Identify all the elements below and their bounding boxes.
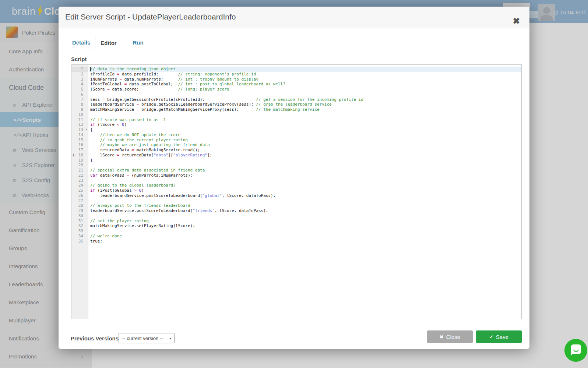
gutter-line-number: 16 — [71, 142, 88, 148]
code-line[interactable] — [89, 163, 521, 168]
previous-versions-label: Previous Versions — [71, 335, 119, 342]
modal-header: Edit Server Script - UpdatePlayerLeaderb… — [59, 7, 529, 28]
gutter-line-number: 9 — [71, 107, 88, 112]
gutter-line-number: 27 — [71, 198, 88, 204]
edit-script-modal: Edit Server Script - UpdatePlayerLeaderb… — [59, 7, 529, 349]
gutter-line-number: 26 — [71, 193, 88, 198]
code-line[interactable]: matchMakingService = bridge.getMatchMaki… — [89, 107, 521, 112]
gutter-line-number: 23 — [71, 178, 88, 183]
modal-footer: Previous Versions -- current version -- … — [59, 325, 529, 349]
code-line[interactable]: sess = bridge.getSessionForProfile(sProf… — [89, 97, 521, 102]
code-line[interactable]: var dataToPass = {numParrots:iNumParrots… — [89, 173, 521, 178]
code-line[interactable]: true; — [89, 239, 521, 244]
code-line[interactable]: // if score was passed in as -1 — [89, 117, 521, 123]
gutter-line-number: 35 — [71, 239, 88, 244]
close-button-icon: ✖ — [440, 334, 444, 340]
gutter-line-number: 34 — [71, 234, 88, 239]
code-line[interactable] — [89, 213, 521, 219]
modal-title: Edit Server Script - UpdatePlayerLeaderb… — [65, 13, 236, 21]
gutter-line-number: 13▾ — [71, 127, 88, 132]
gutter-line-number: i18 — [71, 153, 88, 158]
code-line[interactable]: { — [89, 127, 521, 132]
tab-details[interactable]: Details — [67, 35, 95, 50]
code-line[interactable]: iNumParrots = data.numParrots; // int : … — [89, 77, 521, 82]
gutter-line-number: 15 — [71, 138, 88, 143]
print-margin-line — [282, 65, 282, 319]
code-line[interactable] — [89, 198, 521, 204]
code-line[interactable]: lScore = returnedData["data"]["playerRat… — [89, 153, 521, 158]
gutter-line-number: 12 — [71, 122, 88, 127]
script-label: Script — [71, 56, 87, 62]
code-line[interactable]: if (lScore < 0) — [89, 122, 521, 127]
previous-versions-select[interactable]: -- current version -- ▾ — [119, 333, 175, 343]
code-line[interactable]: iPostToGlobal = data.postToGlobal; // in… — [89, 82, 521, 87]
code-line[interactable]: // going to the global leaderboard? — [89, 183, 521, 188]
modal-tabs: Details Editor Run — [67, 35, 151, 50]
gutter-line-number: 4 — [71, 82, 88, 87]
code-line[interactable]: leaderboardService.postScoreToLeaderboar… — [89, 193, 521, 198]
code-line[interactable] — [89, 178, 521, 183]
page: brain Cloud ◷ 16:04 EDT Poker Pirates Co… — [0, 0, 588, 368]
code-line[interactable]: lScore = data.score; // long: player sco… — [89, 87, 521, 92]
code-line[interactable] — [89, 92, 521, 97]
gutter-line-number: 1 — [71, 67, 88, 72]
gutter-line-number: 14 — [71, 132, 88, 138]
gutter-line-number: 24 — [71, 183, 88, 188]
code-line[interactable]: // so grab the current player rating — [89, 138, 521, 143]
gutter-line-number: 32 — [71, 223, 88, 229]
code-line[interactable]: sProfileId = data.profileId; // string: … — [89, 72, 521, 77]
code-line[interactable]: } — [89, 158, 521, 163]
code-line[interactable]: // set the player rating — [89, 219, 521, 224]
gutter-line-number: 31 — [71, 219, 88, 224]
select-caret-icon: ▾ — [169, 336, 171, 340]
code-line[interactable]: leaderboardService.postScoreToLeaderboar… — [89, 208, 521, 213]
gutter-line-number: 6 — [71, 92, 88, 97]
gutter-line-number: 10 — [71, 112, 88, 117]
info-icon: i — [73, 153, 74, 158]
gutter-line-number: 30 — [71, 213, 88, 219]
gutter-line-number: 19 — [71, 158, 88, 163]
code-line[interactable] — [89, 229, 521, 234]
save-button-icon: ✔ — [489, 334, 493, 340]
close-button-label: Close — [446, 334, 460, 340]
gutter-line-number: 7 — [71, 97, 88, 102]
gutter-line-number: 29 — [71, 208, 88, 213]
code-line[interactable]: // special extra data associated in frie… — [89, 168, 521, 173]
gutter-line-number: 3 — [71, 77, 88, 82]
code-area[interactable]: // data is the incoming json objectsProf… — [89, 65, 521, 319]
gutter-line-number: 8 — [71, 102, 88, 107]
code-line[interactable]: // maybe we are just updating the friend… — [89, 142, 521, 148]
code-line[interactable]: //then we do NOT update the score — [89, 132, 521, 138]
gutter: 12345678910111213▾14151617i1819202122232… — [71, 65, 88, 319]
gutter-line-number: 20 — [71, 163, 88, 168]
tab-editor[interactable]: Editor — [95, 35, 122, 50]
gutter-line-number: 17 — [71, 148, 88, 153]
gutter-line-number: 11 — [71, 117, 88, 123]
gutter-line-number: 22 — [71, 173, 88, 178]
selected-version: -- current version -- — [122, 336, 163, 341]
script-code-editor[interactable]: 12345678910111213▾14151617i1819202122232… — [71, 64, 522, 319]
tab-run[interactable]: Run — [125, 35, 151, 50]
save-button[interactable]: ✔ Save — [476, 330, 522, 343]
code-line[interactable]: matchMakingService.setPlayerRating(lScor… — [89, 223, 521, 229]
gutter-line-number: 25 — [71, 188, 88, 193]
code-line[interactable]: leaderboardService = bridge.getSocialLea… — [89, 102, 521, 107]
gutter-line-number: 33 — [71, 229, 88, 234]
save-button-label: Save — [496, 334, 508, 340]
gutter-line-number: 21 — [71, 168, 88, 173]
code-line[interactable]: // we're done — [89, 234, 521, 239]
close-button[interactable]: ✖ Close — [427, 330, 473, 343]
code-line[interactable]: // always post to the friends leaderboar… — [89, 203, 521, 208]
gutter-line-number: 28 — [71, 203, 88, 208]
fold-arrow-icon[interactable]: ▾ — [85, 127, 87, 132]
code-line[interactable] — [89, 112, 521, 117]
close-icon[interactable]: ✖ — [513, 17, 520, 25]
gutter-line-number: 5 — [71, 87, 88, 92]
chat-widget-button[interactable] — [564, 339, 587, 362]
chat-bubble-tail — [571, 353, 574, 355]
code-line[interactable]: // data is the incoming json object — [89, 67, 521, 72]
code-line[interactable]: if (iPostToGlobal > 0) — [89, 188, 521, 193]
code-line[interactable]: returnedData = matchMakingService.read()… — [89, 148, 521, 153]
text-cursor — [90, 67, 91, 71]
gutter-line-number: 2 — [71, 72, 88, 77]
